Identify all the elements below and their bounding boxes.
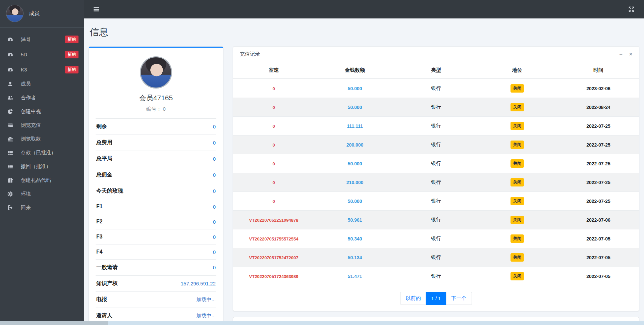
- sidebar-item[interactable]: 存款（已批准）: [3, 146, 81, 160]
- sidebar-item[interactable]: 温哥 新的: [3, 32, 81, 47]
- users-icon: [7, 95, 16, 101]
- pagination: 以前的 1 / 1 下一个: [233, 285, 639, 311]
- content-area: 信息 会员47165 编号： 0 剩余 0: [84, 18, 644, 325]
- stat-row: F3 0: [96, 229, 216, 245]
- status-badge: 关闭: [511, 159, 524, 168]
- sidebar-item[interactable]: 创建礼品代码: [3, 173, 81, 187]
- stat-label: 邀请人: [96, 312, 112, 319]
- type-value: 银行: [431, 142, 441, 147]
- fullscreen-icon[interactable]: [628, 6, 635, 12]
- dashboard-icon: [7, 37, 16, 42]
- status-badge: 关闭: [511, 234, 524, 243]
- date-value: 2022-07-25: [586, 199, 610, 204]
- date-value: 2022-07-05: [586, 274, 610, 279]
- sidebar-item[interactable]: 合作者: [3, 91, 81, 105]
- sidebar-item[interactable]: 浏览取款: [3, 132, 81, 146]
- sidebar-item[interactable]: 成员: [3, 77, 81, 91]
- pie-chart-icon: [7, 109, 16, 114]
- sidebar-item-label: 合作者: [21, 95, 78, 101]
- stat-row: 电报 加载中...: [96, 292, 216, 308]
- type-value: 银行: [431, 104, 441, 110]
- stat-value: 0: [213, 204, 216, 210]
- amount-value: 50.000: [348, 105, 362, 110]
- sidebar-item-label: 5D: [21, 52, 63, 57]
- date-value: 2022-07-05: [586, 255, 610, 260]
- type-value: 银行: [431, 179, 441, 185]
- sidebar-item[interactable]: 环境: [3, 187, 81, 201]
- hamburger-menu-icon[interactable]: [93, 6, 100, 12]
- stat-value: 0: [213, 140, 216, 146]
- horizontal-scrollbar[interactable]: [0, 321, 644, 325]
- close-icon[interactable]: ×: [629, 52, 632, 57]
- avatar: [140, 56, 172, 89]
- type-value: 银行: [431, 235, 441, 241]
- status-badge: 关闭: [511, 178, 524, 186]
- sidebar-item-label: 浏览充值: [21, 122, 78, 128]
- sidebar-item-label: 存款（已批准）: [21, 150, 78, 156]
- sidebar-item-label: 创建中视: [21, 108, 78, 115]
- sidebar-item[interactable]: 浏览充值: [3, 118, 81, 132]
- status-badge: 关闭: [511, 103, 524, 111]
- stat-value: 加载中...: [196, 313, 216, 319]
- next-page-button[interactable]: 下一个: [446, 292, 472, 305]
- member-stats-list: 剩余 0 总费用 0 总平局 0: [89, 119, 223, 324]
- avatar: [6, 5, 23, 22]
- order-code: 0: [272, 143, 275, 148]
- stat-label: 电报: [96, 296, 107, 303]
- sidebar-item[interactable]: 撤回（批准）: [3, 160, 81, 173]
- sidebar-item[interactable]: 回来: [3, 201, 81, 215]
- sidebar-nav: 温哥 新的 5D 新的 K3 新的 成员: [0, 28, 84, 219]
- sidebar-item[interactable]: 创建中视: [3, 105, 81, 118]
- table-row: VT202207051724363989 51.471 银行 关闭 2022-0…: [233, 267, 639, 286]
- member-name: 会员47165: [96, 93, 216, 103]
- sidebar-item[interactable]: 5D 新的: [3, 47, 81, 62]
- topbar: [84, 0, 644, 18]
- sign-out-icon: [7, 205, 16, 211]
- table-row: VT202207062251094878 50.961 银行 关闭 2022-0…: [233, 211, 639, 229]
- order-code: 0: [272, 199, 275, 204]
- user-icon: [7, 81, 16, 87]
- order-code: 0: [272, 124, 275, 129]
- sidebar-item-label: 创建礼品代码: [21, 177, 78, 183]
- stat-value: 0: [213, 156, 216, 162]
- member-number: 编号： 0: [96, 106, 216, 112]
- sidebar-item[interactable]: K3 新的: [3, 62, 81, 77]
- recharge-table: 室速金钱数额类型地位时间 0 50.000 银行 关闭: [233, 62, 639, 285]
- stat-label: F1: [96, 204, 103, 210]
- stat-row: 总平局 0: [96, 151, 216, 167]
- stat-label: F3: [96, 234, 103, 240]
- amount-value: 51.471: [348, 274, 362, 279]
- column-header: 类型: [395, 62, 477, 79]
- minimize-icon[interactable]: −: [619, 52, 622, 57]
- order-code: 0: [272, 105, 275, 110]
- status-badge: 关闭: [511, 141, 524, 149]
- date-value: 2022-07-25: [586, 180, 610, 185]
- stat-row: 剩余 0: [96, 119, 216, 135]
- column-header: 金钱数额: [314, 62, 395, 79]
- stat-value: 0: [213, 219, 216, 225]
- date-value: 2022-07-05: [586, 236, 610, 241]
- order-code: 0: [272, 86, 275, 91]
- amount-value: 210.000: [346, 180, 364, 185]
- new-badge: 新的: [65, 36, 78, 43]
- table-row: 0 200.000 银行 关闭 2022-07-25: [233, 136, 639, 154]
- dashboard-icon: [7, 67, 16, 72]
- column-header: 地位: [477, 62, 558, 79]
- stat-value: 0: [213, 265, 216, 270]
- current-page-indicator[interactable]: 1 / 1: [426, 292, 446, 305]
- stat-value: 加载中...: [196, 296, 216, 303]
- sidebar-user-panel[interactable]: 成员: [0, 0, 84, 28]
- stat-label: 总平局: [96, 155, 112, 162]
- table-row: 0 210.000 银行 关闭 2022-07-25: [233, 173, 639, 192]
- table-row: 0 50.000 银行 关闭 2023-02-06: [233, 79, 639, 98]
- order-code: VT202207051755572554: [249, 236, 299, 241]
- previous-page-button[interactable]: 以前的: [400, 292, 426, 305]
- type-value: 银行: [431, 123, 441, 128]
- order-code: VT202207062251094878: [249, 218, 299, 223]
- member-profile-card: 会员47165 编号： 0 剩余 0 总费用: [89, 47, 223, 325]
- new-badge: 新的: [65, 51, 78, 58]
- sidebar-item-label: 回来: [21, 205, 78, 211]
- list-icon: [7, 150, 16, 156]
- scrollbar-thumb[interactable]: [0, 321, 108, 325]
- stat-value: 0: [213, 234, 216, 240]
